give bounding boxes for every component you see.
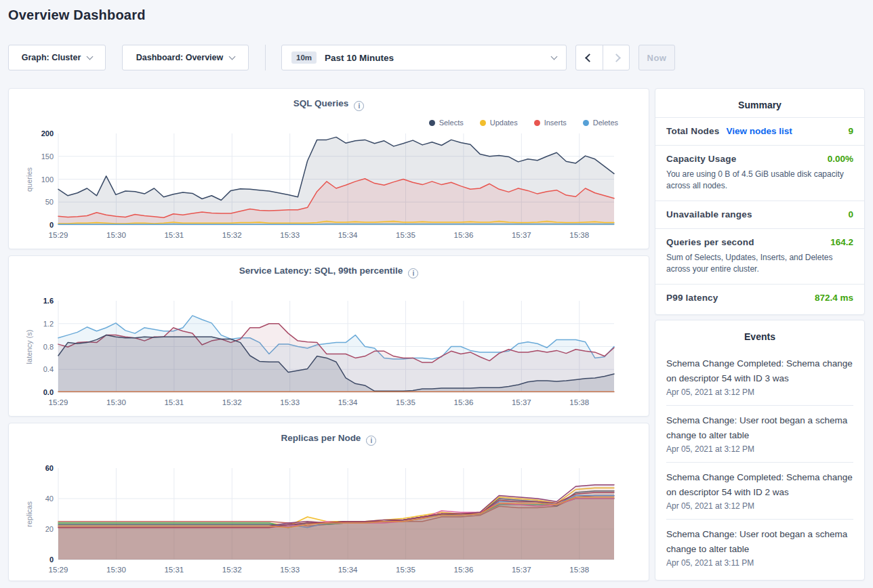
svg-text:0.8: 0.8 [43,343,54,351]
sql-queries-chart[interactable]: 15:2915:3015:3115:3215:3315:3415:3515:36… [9,127,650,249]
svg-text:15:34: 15:34 [338,231,358,239]
view-nodes-list-link[interactable]: View nodes list [726,126,792,136]
svg-text:15:38: 15:38 [569,398,589,406]
summary-row: Queries per second164.2Sum of Selects, U… [655,228,864,284]
chart-title: Service Latency: SQL, 99th percentilei [9,266,649,278]
prev-range-button[interactable] [576,45,603,70]
time-range-label: Past 10 Minutes [325,53,552,63]
info-icon[interactable]: i [354,101,364,111]
events-list: Schema Change Completed: Schema change o… [655,349,864,576]
svg-text:15:33: 15:33 [280,398,300,406]
summary-value: 0 [848,209,853,219]
next-range-button[interactable] [603,45,629,70]
info-icon[interactable]: i [408,268,418,278]
event-time: Apr 05, 2021 at 3:11 PM [666,558,853,568]
event-text: Schema Change: User root began a schema … [666,527,853,557]
chevron-down-icon [87,54,94,60]
legend-label: Deletes [593,119,618,127]
legend-item[interactable]: Inserts [534,119,567,127]
summary-value: 0.00% [828,154,853,164]
legend-label: Selects [439,119,464,127]
summary-label: P99 latency [666,293,718,303]
time-range-picker[interactable]: 10m Past 10 Minutes [281,45,567,70]
sql-queries-chart-card: SQL Queriesi SelectsUpdatesInsertsDelete… [8,88,649,249]
toolbar: Graph: Cluster Dashboard: Overview 10m P… [8,45,675,70]
legend-item[interactable]: Selects [429,119,464,127]
event-item[interactable]: Schema Change: User root began a schema … [666,520,853,576]
chart-title: Replicas per Nodei [9,433,649,446]
svg-text:15:34: 15:34 [338,398,358,406]
legend-item[interactable]: Updates [480,119,518,127]
event-item[interactable]: Schema Change Completed: Schema change o… [666,349,853,406]
svg-text:15:33: 15:33 [280,566,300,574]
summary-row: Total NodesView nodes list9 [655,117,864,145]
event-time: Apr 05, 2021 at 3:12 PM [666,444,853,454]
summary-value: 9 [848,126,853,136]
chevron-down-icon [229,54,236,60]
sidebar: Summary Total NodesView nodes list9Capac… [655,88,865,581]
svg-text:15:36: 15:36 [454,398,474,406]
svg-text:100: 100 [41,175,54,184]
svg-text:15:37: 15:37 [512,398,531,406]
svg-text:15:30: 15:30 [106,231,126,239]
chart-title-text: Replicas per Node [281,433,361,443]
service-latency-chart-card: Service Latency: SQL, 99th percentilei 1… [8,255,649,417]
chevron-right-icon [612,54,621,62]
legend-dot-icon [534,120,540,126]
svg-text:latency (s): latency (s) [25,330,33,364]
chevron-down-icon [551,54,558,60]
svg-text:50: 50 [45,198,54,206]
event-text: Schema Change Completed: Schema change o… [666,470,853,500]
svg-text:15:36: 15:36 [454,566,474,574]
event-item[interactable]: Schema Change: User root began a schema … [666,406,853,463]
svg-text:15:35: 15:35 [396,566,415,574]
legend-label: Updates [490,119,518,127]
svg-text:15:37: 15:37 [512,231,531,239]
summary-desc: Sum of Selects, Updates, Inserts, and De… [666,252,853,275]
time-range-badge: 10m [291,51,317,64]
summary-desc: You are using 0 B of 4.5 GiB usable disk… [666,169,853,192]
summary-rows: Total NodesView nodes list9Capacity Usag… [655,117,864,312]
summary-panel: Summary Total NodesView nodes list9Capac… [655,88,865,315]
svg-text:15:36: 15:36 [454,231,474,239]
graph-dropdown[interactable]: Graph: Cluster [8,45,106,70]
event-item[interactable]: Schema Change Completed: Schema change o… [666,463,853,520]
svg-text:15:29: 15:29 [49,398,68,406]
svg-text:15:35: 15:35 [396,231,415,239]
svg-text:0: 0 [49,555,54,564]
event-text: Schema Change Completed: Schema change o… [666,356,853,386]
svg-text:20: 20 [45,525,54,533]
now-button[interactable]: Now [638,45,675,70]
chart-legend: SelectsUpdatesInsertsDeletes [429,119,618,127]
svg-text:1.2: 1.2 [43,320,54,328]
svg-text:150: 150 [41,152,54,161]
summary-row: P99 latency872.4 ms [655,284,864,312]
dashboard-dropdown[interactable]: Dashboard: Overview [122,45,249,70]
chart-title-text: Service Latency: SQL, 99th percentile [239,266,403,276]
svg-text:0.4: 0.4 [43,365,54,373]
svg-text:60: 60 [45,464,54,472]
svg-text:15:29: 15:29 [49,231,68,239]
summary-row: Unavailable ranges0 [655,201,864,228]
svg-text:15:32: 15:32 [222,398,242,406]
time-step-buttons [575,45,630,70]
chart-title: SQL Queriesi [9,98,649,111]
graph-dropdown-label: Graph: Cluster [22,53,81,62]
svg-text:15:33: 15:33 [280,231,300,239]
svg-text:0.0: 0.0 [43,388,54,396]
charts-column: SQL Queriesi SelectsUpdatesInsertsDelete… [8,88,649,581]
summary-label: Unavailable ranges [666,209,752,219]
svg-text:replicas: replicas [25,501,33,527]
summary-title: Summary [655,89,864,117]
svg-text:40: 40 [45,495,54,503]
service-latency-chart[interactable]: 15:2915:3015:3115:3215:3315:3415:3515:36… [9,294,650,416]
toolbar-divider [265,45,266,70]
replicas-per-node-chart[interactable]: 15:2915:3015:3115:3215:3315:3415:3515:36… [9,461,650,583]
events-title: Events [655,320,864,349]
event-time: Apr 05, 2021 at 3:12 PM [666,387,853,397]
legend-dot-icon [480,120,486,126]
svg-text:15:32: 15:32 [222,566,242,574]
info-icon[interactable]: i [366,436,376,446]
summary-value: 872.4 ms [815,293,853,303]
legend-item[interactable]: Deletes [583,119,618,127]
